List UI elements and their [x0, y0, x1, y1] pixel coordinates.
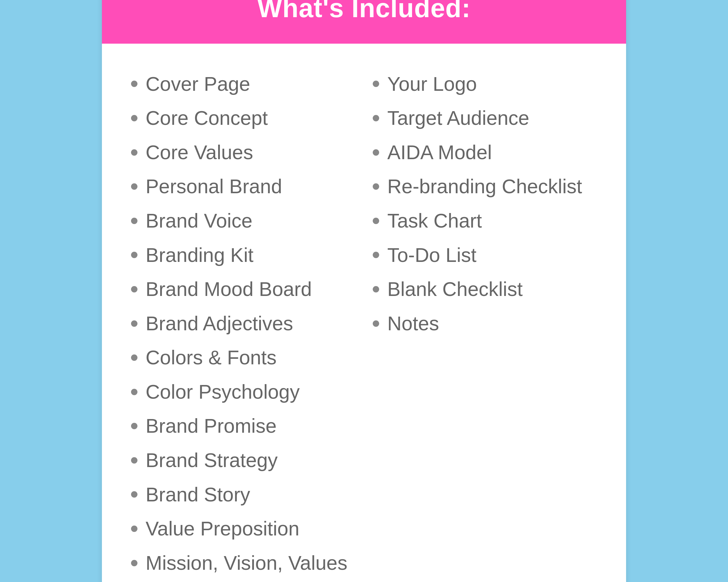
list-item-branding-kit: Branding Kit	[131, 238, 355, 272]
item-label: Colors & Fonts	[146, 346, 277, 369]
list-item-cover-page: Cover Page	[131, 67, 355, 101]
item-label: Your Logo	[387, 72, 477, 96]
list-item-to-do-list: To-Do List	[373, 238, 597, 272]
item-label: Task Chart	[387, 209, 482, 233]
bullet-icon	[373, 115, 379, 121]
item-label: Personal Brand	[146, 175, 282, 198]
bullet-icon	[373, 218, 379, 224]
list-item-mission-vision-values: Mission, Vision, Values	[131, 546, 355, 580]
item-label: Blank Checklist	[387, 277, 523, 301]
bullet-icon	[373, 81, 379, 87]
item-label: AIDA Model	[387, 141, 492, 164]
item-label: To-Do List	[387, 243, 476, 267]
bullet-icon	[131, 183, 137, 190]
bullet-icon	[373, 183, 379, 190]
bullet-icon	[131, 355, 137, 361]
bullet-icon	[373, 286, 379, 293]
item-label: Core Values	[146, 141, 253, 164]
list-item-core-values: Core Values	[131, 135, 355, 170]
item-label: Brand Voice	[146, 209, 253, 233]
list-item-target-audience: Target Audience	[373, 101, 597, 135]
list-item-blank-checklist: Blank Checklist	[373, 272, 597, 306]
item-label: Brand Strategy	[146, 448, 278, 472]
list-item-core-concept: Core Concept	[131, 101, 355, 135]
list-item-colors-fonts: Colors & Fonts	[131, 340, 355, 375]
item-label: Brand Promise	[146, 414, 277, 438]
bullet-icon	[131, 389, 137, 395]
list-item-task-chart: Task Chart	[373, 204, 597, 238]
list-item-brand-promise: Brand Promise	[131, 409, 355, 443]
list-item-color-psychology: Color Psychology	[131, 375, 355, 409]
list-item-brand-adjectives: Brand Adjectives	[131, 306, 355, 341]
left-column: Cover PageCore ConceptCore ValuesPersona…	[131, 67, 355, 580]
list-item-rebranding-checklist: Re-branding Checklist	[373, 169, 597, 204]
list-item-brand-voice: Brand Voice	[131, 204, 355, 238]
bullet-icon	[131, 491, 137, 498]
bullet-icon	[131, 218, 137, 224]
bullet-icon	[131, 560, 137, 566]
bullet-icon	[131, 457, 137, 464]
item-label: Branding Kit	[146, 243, 253, 267]
list-item-aida-model: AIDA Model	[373, 135, 597, 170]
item-label: Value Preposition	[146, 517, 300, 541]
bullet-icon	[373, 321, 379, 327]
bullet-icon	[131, 81, 137, 87]
item-label: Brand Story	[146, 483, 250, 507]
bullet-icon	[131, 321, 137, 327]
list-item-brand-mood-board: Brand Mood Board	[131, 272, 355, 306]
item-label: Re-branding Checklist	[387, 175, 582, 198]
item-label: Color Psychology	[146, 380, 300, 404]
item-label: Cover Page	[146, 72, 250, 96]
main-card: What's Included: Cover PageCore ConceptC…	[102, 0, 626, 582]
list-item-notes: Notes	[373, 306, 597, 341]
list-item-value-preposition: Value Preposition	[131, 511, 355, 546]
bullet-icon	[373, 149, 379, 156]
list-item-brand-story: Brand Story	[131, 477, 355, 512]
item-label: Core Concept	[146, 106, 268, 130]
bullet-icon	[131, 252, 137, 258]
card-header: What's Included:	[102, 0, 626, 44]
right-column: Your LogoTarget AudienceAIDA ModelRe-bra…	[373, 67, 597, 580]
item-label: Brand Adjectives	[146, 312, 293, 335]
bullet-icon	[131, 286, 137, 293]
header-title: What's Included:	[120, 0, 608, 23]
bullet-icon	[131, 115, 137, 121]
list-item-brand-strategy: Brand Strategy	[131, 443, 355, 477]
item-label: Brand Mood Board	[146, 277, 312, 301]
list-item-your-logo: Your Logo	[373, 67, 597, 101]
bullet-icon	[131, 149, 137, 156]
item-label: Notes	[387, 312, 439, 335]
item-label: Mission, Vision, Values	[146, 551, 347, 575]
list-item-personal-brand: Personal Brand	[131, 169, 355, 204]
bullet-icon	[373, 252, 379, 258]
item-label: Target Audience	[387, 106, 529, 130]
bullet-icon	[131, 526, 137, 532]
bullet-icon	[131, 423, 137, 429]
card-body: Cover PageCore ConceptCore ValuesPersona…	[102, 44, 626, 582]
